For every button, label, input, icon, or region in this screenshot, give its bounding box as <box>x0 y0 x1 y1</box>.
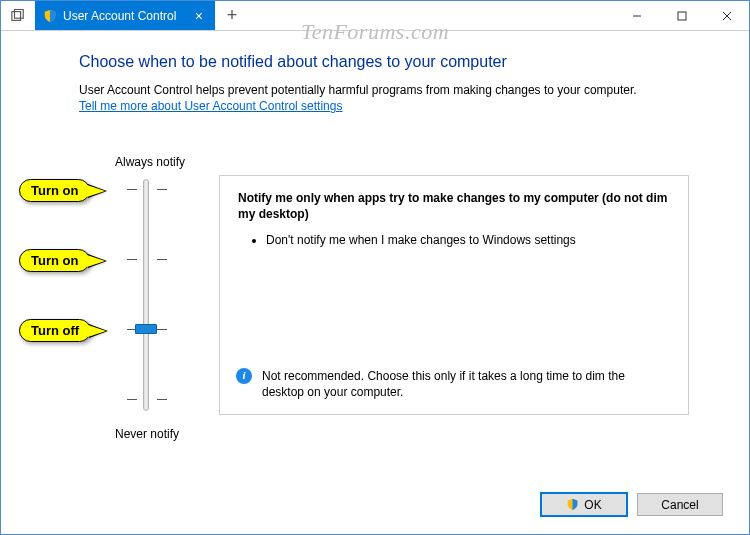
content-area: Choose when to be notified about changes… <box>1 31 749 534</box>
info-icon: i <box>236 368 252 384</box>
page-description: User Account Control helps prevent poten… <box>79 83 749 97</box>
slider-tick <box>157 259 167 260</box>
tab-title: User Account Control <box>63 9 176 23</box>
panel-bullets: Don't notify me when I make changes to W… <box>238 232 670 248</box>
level-description-panel: Notify me only when apps try to make cha… <box>219 175 689 415</box>
panel-note-text: Not recommended. Choose this only if it … <box>262 368 670 400</box>
panel-heading: Notify me only when apps try to make cha… <box>238 190 670 222</box>
dialog-button-row: OK Cancel <box>541 493 723 516</box>
page-heading: Choose when to be notified about changes… <box>79 53 749 71</box>
slider-label-bottom: Never notify <box>115 427 179 441</box>
annotation-callout: Turn on <box>19 179 90 202</box>
minimize-button[interactable] <box>614 1 659 30</box>
svg-rect-3 <box>678 12 686 20</box>
titlebar: User Account Control × + <box>1 1 749 31</box>
slider-tick <box>157 189 167 190</box>
ok-button[interactable]: OK <box>541 493 627 516</box>
slider-thumb[interactable] <box>135 324 157 334</box>
help-link-row: Tell me more about User Account Control … <box>79 99 749 113</box>
shield-icon <box>43 9 57 23</box>
help-link[interactable]: Tell me more about User Account Control … <box>79 99 342 113</box>
close-button[interactable] <box>704 1 749 30</box>
slider-label-top: Always notify <box>115 155 185 169</box>
shield-icon <box>566 498 579 511</box>
svg-rect-0 <box>12 11 21 20</box>
panel-note: i Not recommended. Choose this only if i… <box>236 368 670 400</box>
panel-bullet: Don't notify me when I make changes to W… <box>266 232 670 248</box>
new-tab-button[interactable]: + <box>215 1 249 30</box>
cancel-button-label: Cancel <box>661 498 698 512</box>
slider-tick <box>127 189 137 190</box>
svg-rect-1 <box>15 9 24 18</box>
slider-tick <box>157 399 167 400</box>
annotation-callout: Turn off <box>19 319 91 342</box>
ok-button-label: OK <box>584 498 601 512</box>
maximize-button[interactable] <box>659 1 704 30</box>
cancel-button[interactable]: Cancel <box>637 493 723 516</box>
slider-tick <box>157 329 167 330</box>
annotation-callout: Turn on <box>19 249 90 272</box>
slider-tick <box>127 399 137 400</box>
slider-track[interactable] <box>143 179 149 411</box>
slider-tick <box>127 259 137 260</box>
tab-close-button[interactable]: × <box>191 9 207 23</box>
app-icon <box>1 1 35 30</box>
active-tab[interactable]: User Account Control × <box>35 1 215 30</box>
